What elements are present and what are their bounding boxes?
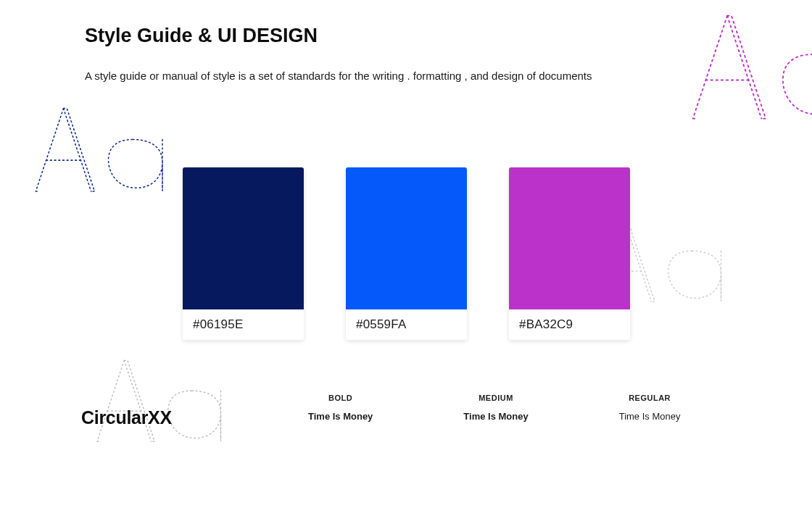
aa-decoration-icon	[87, 354, 236, 448]
weight-block-bold: BOLD Time Is Money	[308, 394, 373, 422]
color-swatches: #06195E #0559FA #BA32C9	[183, 167, 630, 340]
swatch-hex-label: #0559FA	[346, 309, 467, 340]
weight-label: BOLD	[308, 394, 373, 402]
page-title: Style Guide & UI DESIGN	[85, 25, 318, 47]
weight-sample: Time Is Money	[308, 411, 373, 422]
weight-label: REGULAR	[619, 394, 681, 402]
swatch-hex-label: #06195E	[183, 309, 304, 340]
swatch-fill	[346, 167, 467, 309]
swatch-hex-label: #BA32C9	[509, 309, 630, 340]
color-swatch: #06195E	[183, 167, 304, 340]
aa-decoration-icon	[25, 101, 178, 199]
font-name: CircularXX	[81, 407, 172, 428]
swatch-fill	[509, 167, 630, 309]
swatch-fill	[183, 167, 304, 309]
weight-label: MEDIUM	[463, 394, 528, 402]
weight-block-medium: MEDIUM Time Is Money	[463, 394, 528, 422]
aa-decoration-icon	[680, 7, 812, 127]
weight-sample: Time Is Money	[619, 411, 681, 422]
weight-sample: Time Is Money	[463, 411, 528, 422]
font-weights: BOLD Time Is Money MEDIUM Time Is Money …	[308, 394, 680, 422]
color-swatch: #BA32C9	[509, 167, 630, 340]
weight-block-regular: REGULAR Time Is Money	[619, 394, 681, 422]
color-swatch: #0559FA	[346, 167, 467, 340]
page-subtitle: A style guide or manual of style is a se…	[85, 70, 592, 82]
